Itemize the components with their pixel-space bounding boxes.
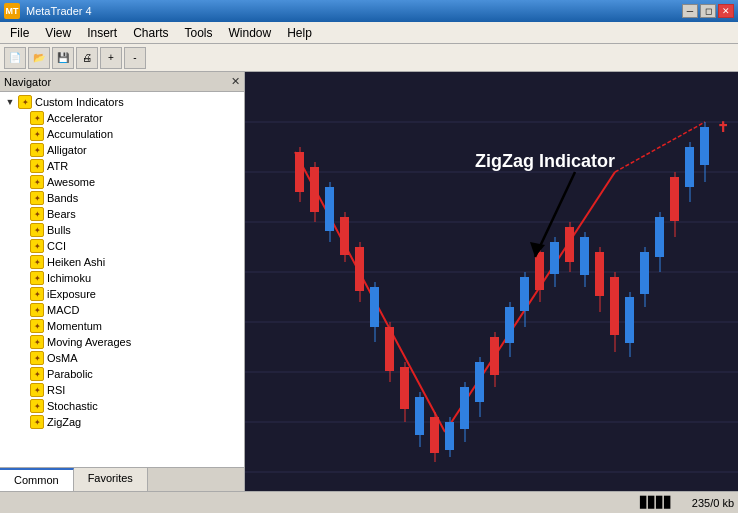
toolbar-save[interactable]: 💾 xyxy=(52,47,74,69)
item-label: Moving Averages xyxy=(47,336,131,348)
nav-item-heiken-ashi[interactable]: ✦ Heiken Ashi xyxy=(0,254,244,270)
menu-file[interactable]: File xyxy=(2,24,37,42)
menu-view[interactable]: View xyxy=(37,24,79,42)
menu-tools[interactable]: Tools xyxy=(177,24,221,42)
svg-rect-46 xyxy=(565,227,574,262)
item-label: Heiken Ashi xyxy=(47,256,105,268)
nav-item-cci[interactable]: ✦ CCI xyxy=(0,238,244,254)
svg-rect-34 xyxy=(475,362,484,402)
svg-rect-52 xyxy=(610,277,619,335)
item-label: Alligator xyxy=(47,144,87,156)
menu-charts[interactable]: Charts xyxy=(125,24,176,42)
item-label: ZigZag xyxy=(47,416,81,428)
restore-button[interactable]: ◻ xyxy=(700,4,716,18)
svg-rect-36 xyxy=(490,337,499,375)
nav-item-ichimoku[interactable]: ✦ Ichimoku xyxy=(0,270,244,286)
tab-common[interactable]: Common xyxy=(0,468,74,491)
menu-window[interactable]: Window xyxy=(221,24,280,42)
svg-rect-18 xyxy=(355,247,364,291)
toolbar-open[interactable]: 📂 xyxy=(28,47,50,69)
item-label: OsMA xyxy=(47,352,78,364)
item-label: Awesome xyxy=(47,176,95,188)
item-icon: ✦ xyxy=(30,207,44,221)
minimize-button[interactable]: ─ xyxy=(682,4,698,18)
item-icon: ✦ xyxy=(30,399,44,413)
item-icon: ✦ xyxy=(30,367,44,381)
item-icon: ✦ xyxy=(30,415,44,429)
item-label: Stochastic xyxy=(47,400,98,412)
menu-insert[interactable]: Insert xyxy=(79,24,125,42)
section-label: Custom Indicators xyxy=(35,96,124,108)
item-icon: ✦ xyxy=(30,255,44,269)
nav-item-osma[interactable]: ✦ OsMA xyxy=(0,350,244,366)
item-label: Parabolic xyxy=(47,368,93,380)
svg-rect-22 xyxy=(385,327,394,371)
connection-icon: ▊▊▊▊ xyxy=(640,496,672,509)
item-icon: ✦ xyxy=(30,175,44,189)
custom-indicators-section[interactable]: ▼ ✦ Custom Indicators xyxy=(0,94,244,110)
item-label: RSI xyxy=(47,384,65,396)
item-icon: ✦ xyxy=(30,271,44,285)
chart-svg: ✝ ZigZag Indicator xyxy=(245,72,738,491)
item-label: Accelerator xyxy=(47,112,103,124)
nav-item-accelerator[interactable]: ✦ Accelerator xyxy=(0,110,244,126)
item-label: Momentum xyxy=(47,320,102,332)
item-label: ATR xyxy=(47,160,68,172)
nav-item-macd[interactable]: ✦ MACD xyxy=(0,302,244,318)
svg-rect-56 xyxy=(640,252,649,294)
nav-item-bands[interactable]: ✦ Bands xyxy=(0,190,244,206)
close-button[interactable]: ✕ xyxy=(718,4,734,18)
navigator-tabs: Common Favorites xyxy=(0,467,244,491)
expand-icon: ▼ xyxy=(4,96,16,108)
nav-tree[interactable]: ▼ ✦ Custom Indicators ✦ Accelerator ✦ Ac… xyxy=(0,92,244,467)
app-title: MetaTrader 4 xyxy=(26,5,92,17)
item-icon: ✦ xyxy=(30,287,44,301)
svg-rect-30 xyxy=(445,422,454,450)
item-icon: ✦ xyxy=(30,223,44,237)
svg-rect-12 xyxy=(310,167,319,212)
toolbar-print[interactable]: 🖨 xyxy=(76,47,98,69)
menu-help[interactable]: Help xyxy=(279,24,320,42)
nav-item-accumulation[interactable]: ✦ Accumulation xyxy=(0,126,244,142)
svg-rect-28 xyxy=(430,417,439,453)
svg-rect-50 xyxy=(595,252,604,296)
svg-rect-32 xyxy=(460,387,469,429)
svg-rect-60 xyxy=(670,177,679,221)
item-icon: ✦ xyxy=(30,143,44,157)
nav-item-zigzag[interactable]: ✦ ZigZag xyxy=(0,414,244,430)
nav-item-bulls[interactable]: ✦ Bulls xyxy=(0,222,244,238)
navigator-close-button[interactable]: ✕ xyxy=(231,75,240,88)
svg-rect-54 xyxy=(625,297,634,343)
nav-item-momentum[interactable]: ✦ Momentum xyxy=(0,318,244,334)
item-label: Bulls xyxy=(47,224,71,236)
nav-item-awesome[interactable]: ✦ Awesome xyxy=(0,174,244,190)
svg-rect-26 xyxy=(415,397,424,435)
tab-favorites[interactable]: Favorites xyxy=(74,468,148,491)
nav-item-alligator[interactable]: ✦ Alligator xyxy=(0,142,244,158)
item-label: Bears xyxy=(47,208,76,220)
toolbar-zoom-out[interactable]: - xyxy=(124,47,146,69)
svg-rect-40 xyxy=(520,277,529,311)
nav-item-bears[interactable]: ✦ Bears xyxy=(0,206,244,222)
navigator-title: Navigator xyxy=(4,76,51,88)
nav-item-rsi[interactable]: ✦ RSI xyxy=(0,382,244,398)
svg-text:✝: ✝ xyxy=(717,119,729,135)
window-controls[interactable]: ─ ◻ ✕ xyxy=(682,4,734,18)
nav-item-atr[interactable]: ✦ ATR xyxy=(0,158,244,174)
nav-item-parabolic[interactable]: ✦ Parabolic xyxy=(0,366,244,382)
title-bar: MT MetaTrader 4 ─ ◻ ✕ xyxy=(0,0,738,22)
svg-text:ZigZag Indicator: ZigZag Indicator xyxy=(475,151,615,171)
navigator-panel: Navigator ✕ ▼ ✦ Custom Indicators ✦ Acce… xyxy=(0,72,245,491)
nav-item-iexposure[interactable]: ✦ iExposure xyxy=(0,286,244,302)
svg-rect-24 xyxy=(400,367,409,409)
toolbar-new[interactable]: 📄 xyxy=(4,47,26,69)
item-label: MACD xyxy=(47,304,79,316)
nav-item-moving-averages[interactable]: ✦ Moving Averages xyxy=(0,334,244,350)
item-label: Bands xyxy=(47,192,78,204)
svg-rect-0 xyxy=(245,72,738,491)
svg-rect-48 xyxy=(580,237,589,275)
toolbar-zoom-in[interactable]: + xyxy=(100,47,122,69)
svg-rect-64 xyxy=(700,127,709,165)
nav-item-stochastic[interactable]: ✦ Stochastic xyxy=(0,398,244,414)
main-layout: Navigator ✕ ▼ ✦ Custom Indicators ✦ Acce… xyxy=(0,72,738,491)
